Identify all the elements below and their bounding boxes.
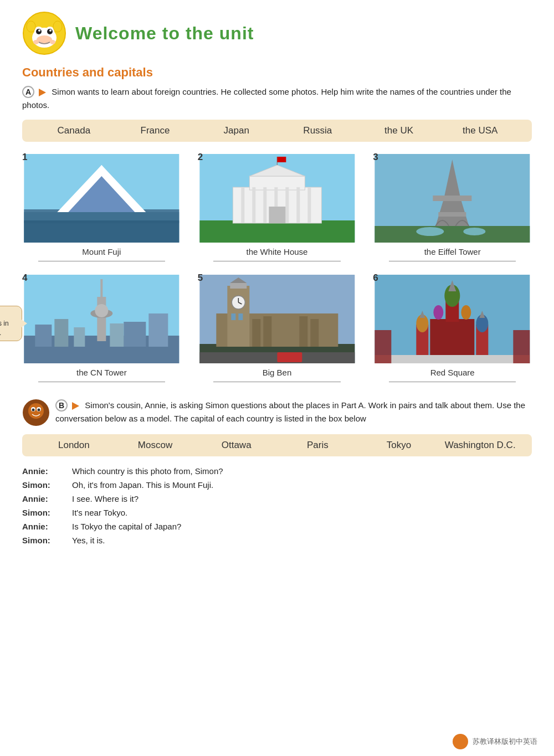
svg-rect-28	[285, 187, 289, 223]
photo-cn-tower	[22, 275, 181, 363]
footer-text: 苏教译林版初中英语	[473, 737, 537, 747]
svg-rect-40	[439, 212, 466, 217]
part-b-text: B Simon's cousin, Annie, is asking Simon…	[55, 399, 532, 425]
footer: 苏教译林版初中英语	[453, 734, 537, 749]
svg-rect-25	[252, 187, 255, 223]
svg-point-8	[37, 35, 52, 44]
caption-mount-fuji: Mount Fuji	[82, 247, 121, 256]
svg-rect-29	[296, 187, 300, 223]
badge-b: B	[55, 399, 68, 412]
svg-point-83	[434, 305, 444, 320]
svg-point-10	[50, 40, 55, 44]
svg-point-89	[28, 403, 44, 419]
photo-number-3: 3	[373, 152, 378, 163]
photo-item-2: 2	[198, 152, 357, 261]
speech-simon-3: Yes, it is.	[72, 536, 105, 545]
word-tokyo: Tokyo	[358, 440, 440, 451]
svg-point-84	[461, 305, 471, 320]
svg-rect-51	[100, 279, 102, 297]
answer-line-1	[38, 261, 165, 261]
svg-rect-71	[277, 352, 302, 362]
svg-rect-49	[97, 297, 106, 341]
answer-line-2	[213, 261, 340, 261]
play-icon-a[interactable]	[39, 89, 46, 96]
word-russia: Russia	[277, 125, 358, 136]
speaker-annie-2: Annie:	[22, 494, 61, 503]
svg-point-11	[27, 21, 35, 32]
dialogue-line-5: Annie: Is Tokyo the capital of Japan?	[22, 522, 532, 531]
instruction-b-text: Simon's cousin, Annie, is asking Simon q…	[55, 400, 525, 423]
caption-cn-tower: the CN Tower	[76, 368, 127, 377]
dialogue-line-1: Annie: Which country is this photo from,…	[22, 466, 532, 476]
page-header: Welcome to the unit	[22, 11, 532, 55]
mascot-b-icon	[22, 399, 50, 426]
word-japan: Japan	[196, 125, 277, 136]
footer-logo-icon	[453, 734, 468, 749]
word-paris: Paris	[277, 440, 358, 451]
photo-mount-fuji	[22, 154, 181, 243]
svg-rect-39	[433, 196, 472, 201]
svg-point-93	[38, 409, 40, 412]
photo-grid: 1 Mount Fuji 2	[22, 152, 532, 382]
dialogue-line-6: Simon: Yes, it is.	[22, 536, 532, 545]
svg-rect-36	[375, 226, 530, 243]
svg-rect-64	[231, 313, 235, 320]
caption-eiffel: the Eiffel Tower	[424, 247, 481, 256]
badge-a: A	[22, 86, 34, 98]
part-b-header: B Simon's cousin, Annie, is asking Simon…	[22, 399, 532, 426]
photo-item-4: The CN Tower is in Toronto. 4	[22, 272, 181, 382]
svg-rect-69	[310, 319, 319, 347]
svg-point-7	[49, 29, 52, 32]
play-icon-b[interactable]	[72, 402, 79, 410]
photo-number-4: 4	[22, 272, 27, 284]
photo-number-5: 5	[198, 272, 203, 284]
word-london: London	[33, 440, 115, 451]
word-france: France	[115, 125, 196, 136]
word-uk: the UK	[358, 125, 440, 136]
svg-rect-45	[35, 325, 52, 347]
svg-rect-54	[110, 323, 124, 347]
word-washington: Washington D.C.	[439, 440, 521, 451]
svg-rect-19	[24, 220, 179, 243]
svg-point-92	[32, 409, 35, 412]
photo-item-6: 6	[373, 272, 532, 382]
svg-point-42	[464, 228, 486, 235]
answer-line-5	[213, 382, 340, 382]
svg-point-41	[417, 227, 444, 236]
svg-rect-26	[263, 187, 266, 223]
photo-bigben	[198, 275, 357, 363]
photo-white-house	[198, 154, 357, 243]
speech-annie-2: I see. Where is it?	[72, 494, 138, 503]
word-moscow: Moscow	[115, 440, 196, 451]
svg-rect-24	[241, 187, 244, 223]
svg-rect-34	[277, 157, 286, 162]
speaker-annie-3: Annie:	[22, 522, 61, 531]
svg-rect-67	[263, 316, 271, 347]
svg-rect-53	[74, 327, 85, 347]
svg-rect-46	[54, 319, 68, 347]
speaker-simon-2: Simon:	[22, 508, 61, 517]
svg-rect-66	[252, 319, 260, 347]
speaker-annie-1: Annie:	[22, 466, 61, 476]
caption-redsquare: Red Square	[430, 368, 475, 377]
photo-number-1: 1	[22, 152, 27, 163]
svg-point-12	[53, 21, 62, 32]
word-box-a: Canada France Japan Russia the UK the US…	[22, 120, 532, 142]
speaker-simon-3: Simon:	[22, 536, 61, 545]
photo-number-2: 2	[198, 152, 203, 163]
answer-line-6	[389, 382, 516, 382]
svg-rect-86	[375, 330, 392, 363]
section-b: B Simon's cousin, Annie, is asking Simon…	[22, 399, 532, 545]
svg-rect-87	[514, 330, 530, 363]
instruction-a: A Simon wants to learn about foreign cou…	[22, 85, 532, 112]
word-ottawa: Ottawa	[196, 440, 277, 451]
svg-rect-73	[430, 319, 475, 358]
caption-white-house: the White House	[247, 247, 308, 256]
dialogue: Annie: Which country is this photo from,…	[22, 466, 532, 545]
svg-rect-21	[199, 220, 355, 243]
speech-simon-1: Oh, it's from Japan. This is Mount Fuji.	[72, 480, 213, 490]
answer-line-4	[38, 382, 165, 382]
photo-redsquare	[373, 275, 532, 363]
photo-number-6: 6	[373, 272, 378, 284]
dialogue-line-4: Simon: It's near Tokyo.	[22, 508, 532, 517]
